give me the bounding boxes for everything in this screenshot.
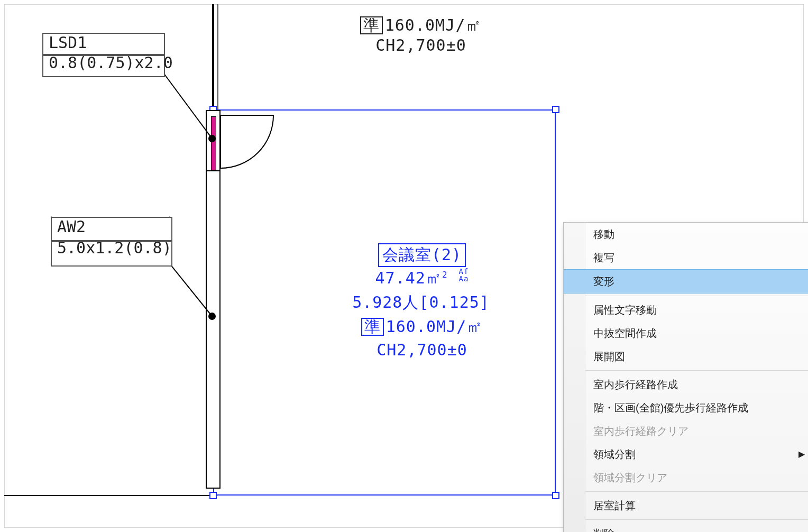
menu-item-label: 中抜空間作成 xyxy=(593,327,657,339)
menu-separator xyxy=(568,296,808,296)
wall-upper-inner xyxy=(217,4,218,110)
menu-item[interactable]: 変形 xyxy=(564,269,808,293)
door-tag-lsd1[interactable]: LSD1 0.8(0.75)x2.0 xyxy=(42,33,165,77)
context-menu[interactable]: 移動複写変形属性文字移動中抜空間作成展開図室内歩行経路作成階・区画(全館)優先歩… xyxy=(563,222,808,532)
menu-separator xyxy=(568,491,808,492)
tag-line1: LSD1 xyxy=(43,34,164,52)
menu-item-label: 変形 xyxy=(593,276,614,287)
menu-item-label: 展開図 xyxy=(593,351,625,362)
wall-upper-outer xyxy=(212,4,214,110)
submenu-arrow-icon: ▶ xyxy=(798,443,805,466)
menu-item-label: 階・区画(全館)優先歩行経路作成 xyxy=(593,402,748,414)
menu-item-label: 領域分割クリア xyxy=(593,472,667,483)
wall-vertical xyxy=(206,110,221,489)
tag-divider xyxy=(43,54,164,56)
menu-item[interactable]: 削除 xyxy=(564,522,808,532)
leader-dot xyxy=(208,135,216,142)
menu-item-label: 居室計算 xyxy=(593,500,636,511)
room-heat: 準160.0MJ/㎡ xyxy=(322,316,522,338)
menu-item-label: 複写 xyxy=(593,252,614,263)
menu-separator xyxy=(568,370,808,371)
menu-item-label: 移動 xyxy=(593,228,614,240)
menu-item: 領域分割クリア xyxy=(564,466,808,489)
window-tag-aw2[interactable]: AW2 5.0x1.2(0.8) xyxy=(51,217,172,267)
leader-dot xyxy=(208,313,216,320)
cad-canvas[interactable]: { "tags": { "lsd1": { "line1": "LSD1", "… xyxy=(0,0,808,532)
resize-handle[interactable] xyxy=(552,492,559,499)
tag-divider xyxy=(52,240,171,242)
menu-item[interactable]: 属性文字移動 xyxy=(564,298,808,322)
room-name: 会議室(2) xyxy=(322,243,522,267)
menu-item-label: 領域分割 xyxy=(593,448,636,460)
menu-item[interactable]: 中抜空間作成 xyxy=(564,322,808,345)
menu-item[interactable]: 領域分割▶ xyxy=(564,443,808,466)
tag-line1: AW2 xyxy=(52,218,171,236)
menu-item-label: 属性文字移動 xyxy=(593,304,657,316)
room-area: 47.42㎡2 AfAa xyxy=(322,268,522,289)
menu-item[interactable]: 居室計算 xyxy=(564,494,808,517)
menu-item[interactable]: 展開図 xyxy=(564,345,808,368)
resize-handle[interactable] xyxy=(209,492,217,499)
menu-item[interactable]: 階・区画(全館)優先歩行経路作成 xyxy=(564,396,808,419)
menu-item[interactable]: 複写 xyxy=(564,246,808,269)
floor-line xyxy=(4,495,217,496)
menu-item-label: 室内歩行経路クリア xyxy=(593,425,688,437)
menu-item-label: 室内歩行経路作成 xyxy=(593,379,678,390)
door-leaf xyxy=(211,116,216,170)
upper-room-ceiling: CH2,700±0 xyxy=(336,36,506,54)
resize-handle[interactable] xyxy=(552,106,559,113)
room-ceiling: CH2,700±0 xyxy=(322,341,522,359)
menu-separator xyxy=(568,519,808,520)
tag-line2: 0.8(0.75)x2.0 xyxy=(43,54,164,72)
menu-item: 室内歩行経路クリア xyxy=(564,419,808,443)
menu-item-label: 削除 xyxy=(593,528,614,532)
menu-item[interactable]: 室内歩行経路作成 xyxy=(564,373,808,396)
upper-room-heat: 準160.0MJ/㎡ xyxy=(336,15,506,36)
menu-item[interactable]: 移動 xyxy=(564,223,808,246)
room-occupants: 5.928人[0.125] xyxy=(305,292,537,314)
